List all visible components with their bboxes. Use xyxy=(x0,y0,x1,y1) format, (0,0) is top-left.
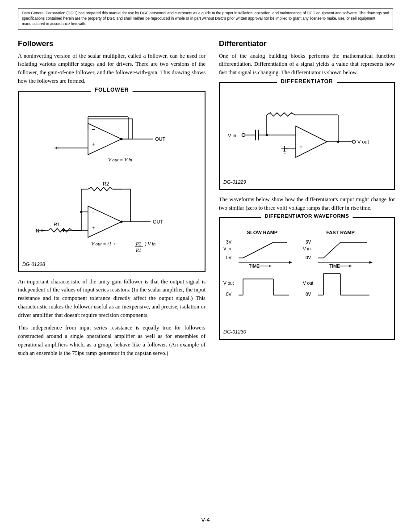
waveform-diagram-id: DG-01230 xyxy=(220,327,394,336)
right-column: Differentiator One of the analog buildin… xyxy=(219,39,395,362)
gain-formula-r2r1: R2 xyxy=(135,241,142,246)
in-label: IN xyxy=(34,228,39,233)
follower-out-label: OUT xyxy=(155,136,166,142)
svg-text:+: + xyxy=(92,141,95,148)
followers-title: Followers xyxy=(18,39,206,48)
svg-line-56 xyxy=(243,242,273,258)
r1-label: R1 xyxy=(54,222,60,227)
fast-3v-label: 3V xyxy=(306,240,311,245)
followers-para3: This independence from input series resi… xyxy=(18,324,206,357)
svg-marker-61 xyxy=(269,265,272,267)
svg-marker-66 xyxy=(369,261,373,264)
svg-text:−: − xyxy=(92,209,95,215)
svg-marker-68 xyxy=(349,265,352,267)
differentiator-diagram-title: DIFFERENTIATOR xyxy=(277,78,337,84)
fast-ramp-label: FAST RAMP xyxy=(326,230,355,235)
svg-text:+: + xyxy=(299,144,303,150)
r2-label: R2 xyxy=(103,181,109,186)
differentiator-para1: One of the analog building blocks perfor… xyxy=(219,52,395,77)
diff-vout-label: V out xyxy=(357,139,369,144)
svg-text:−: − xyxy=(299,129,303,135)
follower-diagram-box: FOLLOWER − + xyxy=(18,91,206,272)
fast-vout-0v-label: 0V xyxy=(306,292,311,297)
follower-diagram-title: FOLLOWER xyxy=(91,87,133,93)
gain-formula: V out = (1 + xyxy=(91,241,116,247)
slow-ramp-label: SLOW RAMP xyxy=(247,230,277,235)
follower-diagram: − + OUT xyxy=(19,103,205,179)
svg-point-22 xyxy=(121,220,123,223)
header-notice: Data General Corporation (DGC) has prepa… xyxy=(18,8,393,30)
slow-time-label: TIME xyxy=(249,264,260,269)
slow-3v-label: 3V xyxy=(226,240,232,245)
fast-vout-label: V out xyxy=(303,281,314,286)
slow-vout-label: V out xyxy=(223,281,234,286)
followers-para2: An important characteristic of the unity… xyxy=(18,278,206,320)
svg-point-34 xyxy=(242,133,245,136)
follower-svg: − + OUT xyxy=(19,103,193,175)
svg-point-54 xyxy=(352,140,356,143)
header-notice-text: Data General Corporation (DGC) has prepa… xyxy=(22,11,389,26)
svg-text:+: + xyxy=(92,224,95,231)
svg-text:−: − xyxy=(92,126,95,133)
page-number: V-4 xyxy=(0,516,411,523)
slow-vout-0v-label: 0V xyxy=(226,292,232,297)
follower-gain-out-label: OUT xyxy=(153,219,164,224)
differentiator-para2: The waveforms below show how the differe… xyxy=(219,195,395,212)
gain-formula-r1: R1 xyxy=(135,247,141,253)
fast-0v-label: 0V xyxy=(306,255,311,260)
page: Data General Corporation (DGC) has prepa… xyxy=(0,0,411,532)
diff-diagram-id: DG-01229 xyxy=(220,177,394,186)
waveform-diagram-box: DIFFERENTIATOR WAVEFORMS SLOW RAMP FAST … xyxy=(219,217,395,340)
follower-diagram-id: DG-01228 xyxy=(19,260,205,269)
differentiator-diagram-box: DIFFERENTIATOR V in xyxy=(219,82,395,190)
waveform-diagram-title: DIFFERENTIATOR WAVEFORMS xyxy=(261,213,353,219)
waveform-diagram: SLOW RAMP FAST RAMP 3V V in 0V xyxy=(220,224,394,327)
slow-vin-label: V in xyxy=(223,246,231,251)
diff-svg: V in xyxy=(220,95,394,175)
fast-vin-label: V in xyxy=(303,246,310,251)
follower-gain-svg: R2 − + xyxy=(19,179,193,258)
left-column: Followers A noninverting version of the … xyxy=(18,39,206,362)
slow-0v-label: 0V xyxy=(226,255,232,260)
gain-formula-end: ) V in xyxy=(144,241,156,247)
follower-formula-label: V out = V in xyxy=(108,157,133,162)
two-column-layout: Followers A noninverting version of the … xyxy=(18,39,393,362)
differentiator-title: Differentiator xyxy=(219,39,395,48)
follower-with-gain-diagram: R2 − + xyxy=(19,179,205,260)
diff-vin-label: V in xyxy=(228,133,236,138)
fast-time-label: TIME xyxy=(329,264,340,269)
followers-para1: A noninverting version of the scalar mul… xyxy=(18,52,206,85)
differentiator-diagram: V in xyxy=(220,95,394,177)
svg-line-63 xyxy=(323,242,340,258)
svg-marker-59 xyxy=(289,261,292,264)
waveform-svg: SLOW RAMP FAST RAMP 3V V in 0V xyxy=(220,224,394,325)
